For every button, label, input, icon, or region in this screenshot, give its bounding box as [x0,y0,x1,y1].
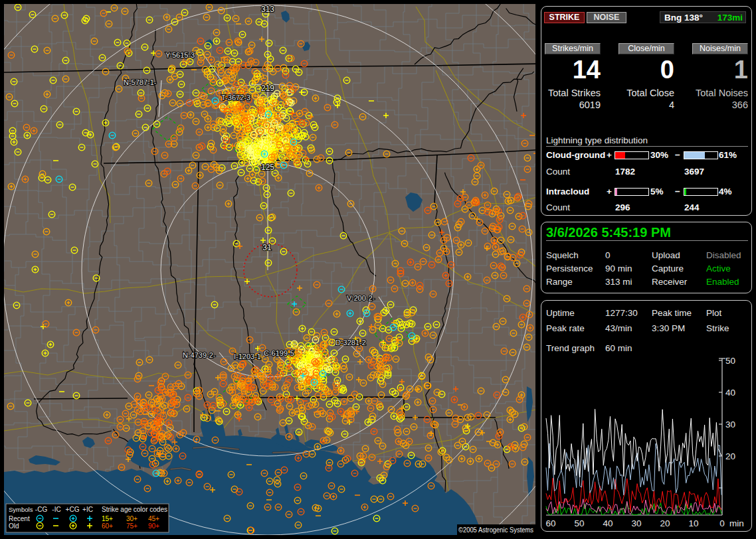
svg-text:20: 20 [725,451,735,461]
svg-text:40: 40 [725,388,735,398]
svg-text:30: 30 [725,420,735,429]
svg-text:50: 50 [725,356,735,366]
svg-text:60: 60 [545,518,555,528]
svg-text:0: 0 [719,518,725,528]
svg-text:20: 20 [660,518,670,528]
svg-text:min: min [729,518,744,528]
svg-text:40: 40 [603,518,613,528]
svg-text:30: 30 [631,518,641,528]
svg-text:50: 50 [574,518,584,528]
svg-text:10: 10 [688,518,698,528]
